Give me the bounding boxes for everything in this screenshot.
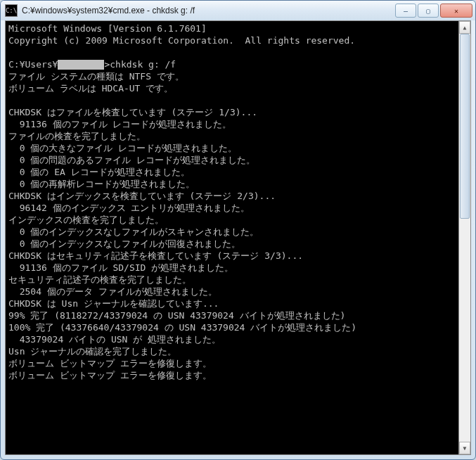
terminal-output: Microsoft Windows [Version 6.1.7601] Cop…	[8, 23, 458, 453]
output-line: Usn ジャーナルの確認を完了しました。	[8, 346, 176, 357]
vertical-scrollbar[interactable]: ▲ ▼	[458, 21, 470, 454]
output-line: 0 個のインデックスなしファイルが回復されました。	[8, 238, 240, 249]
output-line: CHKDSK はインデックスを検査しています (ステージ 2/3)...	[8, 191, 276, 201]
output-line: ファイル システムの種類は NTFS です。	[8, 71, 184, 82]
output-line: ボリューム ビットマップ エラーを修復します。	[8, 358, 212, 369]
output-line: Microsoft Windows [Version 6.1.7601]	[8, 23, 207, 34]
output-line: Copyright (c) 2009 Microsoft Corporation…	[8, 35, 355, 46]
output-line: インデックスの検査を完了しました。	[8, 215, 164, 225]
output-line: 100% 完了 (43376640/43379024 の USN 4337902…	[8, 322, 356, 333]
output-line: セキュリティ記述子の検査を完了しました。	[8, 274, 191, 285]
window-controls: — ▢ ✕	[395, 4, 472, 18]
output-line: 96142 個のインデックス エントリが処理されました。	[8, 203, 250, 213]
window-title: C:¥windows¥system32¥cmd.exe - chkdsk g: …	[22, 6, 395, 15]
output-line: CHKDSK は Usn ジャーナルを確認しています...	[8, 298, 219, 309]
output-line: 0 個の大きなファイル レコードが処理されました。	[8, 143, 237, 153]
titlebar[interactable]: C:\ C:¥windows¥system32¥cmd.exe - chkdsk…	[1, 1, 475, 20]
output-line: 2504 個のデータ ファイルが処理されました。	[8, 286, 217, 297]
output-line: 0 個の問題のあるファイル レコードが処理されました。	[8, 155, 255, 165]
cmd-window: C:\ C:¥windows¥system32¥cmd.exe - chkdsk…	[0, 0, 476, 460]
output-line: 43379024 バイトの USN が 処理されました。	[8, 334, 221, 345]
output-line: CHKDSK はファイルを検査しています (ステージ 1/3)...	[8, 107, 257, 117]
minimize-button[interactable]: —	[395, 4, 416, 18]
terminal-area: Microsoft Windows [Version 6.1.7601] Cop…	[5, 20, 471, 455]
output-line: ファイルの検査を完了しました。	[8, 131, 146, 141]
output-line: 91136 個のファイル SD/SID が処理されました。	[8, 262, 233, 273]
output-line: 0 個の EA レコードが処理されました。	[8, 167, 190, 177]
scroll-thumb[interactable]	[460, 34, 470, 219]
scroll-track[interactable]	[459, 34, 470, 442]
output-line: 0 個のインデックスなしファイルがスキャンされました。	[8, 226, 259, 237]
output-line: 91136 個のファイル レコードが処理されました。	[8, 119, 231, 129]
prompt-command: >chkdsk g: /f	[104, 59, 176, 70]
output-line: CHKDSK はセキュリティ記述子を検査しています (ステージ 3/3)...	[8, 250, 303, 261]
output-line: ボリューム ビットマップ エラーを修復します。	[8, 370, 212, 381]
cmd-icon: C:\	[5, 4, 18, 17]
output-line: 99% 完了 (8118272/43379024 の USN 43379024 …	[8, 310, 345, 321]
close-button[interactable]: ✕	[440, 4, 472, 18]
redacted-username	[58, 60, 104, 70]
scroll-down-button[interactable]: ▼	[459, 442, 470, 454]
prompt-prefix: C:¥Users¥	[8, 59, 58, 70]
maximize-button[interactable]: ▢	[418, 4, 439, 18]
output-line: ボリューム ラベルは HDCA-UT です。	[8, 83, 173, 94]
output-line: 0 個の再解析レコードが処理されました。	[8, 179, 195, 189]
scroll-up-button[interactable]: ▲	[459, 21, 470, 34]
